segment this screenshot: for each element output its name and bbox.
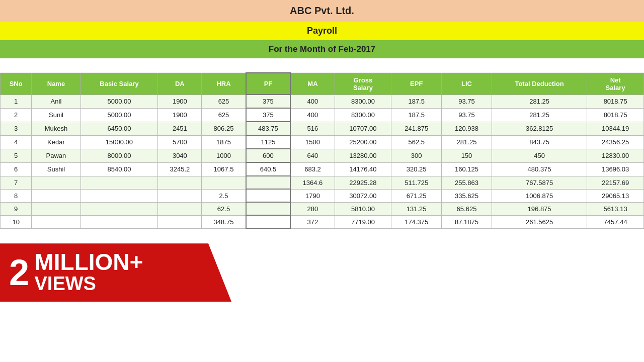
cell-lic: 335.625 xyxy=(442,189,492,202)
cell-name: Mukesh xyxy=(32,122,80,135)
col-name: Name xyxy=(32,73,80,95)
col-gross-salary: GrossSalary xyxy=(335,73,391,95)
cell-gross_salary: 8300.00 xyxy=(335,108,391,122)
cell-epf: 671.25 xyxy=(391,189,442,202)
cell-ma: 516 xyxy=(290,122,335,135)
cell-sno: 6 xyxy=(1,162,32,176)
cell-net_salary: 5613.13 xyxy=(587,202,644,215)
payroll-table: SNo Name Basic Salary DA HRA PF MA Gross… xyxy=(0,72,644,229)
cell-da: 1900 xyxy=(158,108,202,122)
cell-hra: 625 xyxy=(202,108,246,122)
cell-epf: 187.5 xyxy=(391,108,442,122)
cell-ma: 372 xyxy=(290,215,335,228)
cell-gross_salary: 14176.40 xyxy=(335,162,391,176)
col-pf: PF xyxy=(246,73,291,95)
cell-total_deduction: 281.25 xyxy=(492,108,587,122)
cell-lic: 87.1875 xyxy=(442,215,492,228)
overlay-million: MILLION+ xyxy=(35,250,143,274)
cell-gross_salary: 30072.00 xyxy=(335,189,391,202)
cell-hra: 1000 xyxy=(202,149,246,162)
cell-hra: 806.25 xyxy=(202,122,246,135)
cell-sno: 3 xyxy=(1,122,32,135)
cell-gross_salary: 10707.00 xyxy=(335,122,391,135)
overlay-text: MILLION+ VIEWS xyxy=(35,250,143,295)
cell-ma: 1364.6 xyxy=(290,176,335,189)
cell-pf: 600 xyxy=(246,149,291,162)
cell-gross_salary: 8300.00 xyxy=(335,95,391,108)
cell-pf: 1125 xyxy=(246,135,291,149)
cell-sno: 7 xyxy=(1,176,32,189)
cell-net_salary: 24356.25 xyxy=(587,135,644,149)
cell-total_deduction: 281.25 xyxy=(492,95,587,108)
cell-pf xyxy=(246,176,291,189)
cell-net_salary: 13696.03 xyxy=(587,162,644,176)
cell-hra: 348.75 xyxy=(202,215,246,228)
cell-sno: 10 xyxy=(1,215,32,228)
cell-lic: 160.125 xyxy=(442,162,492,176)
cell-lic: 120.938 xyxy=(442,122,492,135)
cell-ma: 400 xyxy=(290,95,335,108)
cell-basic_salary xyxy=(80,176,158,189)
cell-net_salary: 29065.13 xyxy=(587,189,644,202)
cell-net_salary: 8018.75 xyxy=(587,95,644,108)
table-row: 1Anil5000.0019006253754008300.00187.593.… xyxy=(1,95,644,108)
cell-ma: 400 xyxy=(290,108,335,122)
cell-total_deduction: 1006.875 xyxy=(492,189,587,202)
cell-lic: 150 xyxy=(442,149,492,162)
overlay-views: VIEWS xyxy=(35,274,143,295)
cell-sno: 9 xyxy=(1,202,32,215)
cell-pf: 640.5 xyxy=(246,162,291,176)
cell-lic: 255.863 xyxy=(442,176,492,189)
cell-net_salary: 10344.19 xyxy=(587,122,644,135)
cell-da: 3245.2 xyxy=(158,162,202,176)
cell-name xyxy=(32,202,80,215)
cell-sno: 1 xyxy=(1,95,32,108)
cell-name: Sunil xyxy=(32,108,80,122)
cell-epf: 511.725 xyxy=(391,176,442,189)
cell-hra: 2.5 xyxy=(202,189,246,202)
cell-epf: 131.25 xyxy=(391,202,442,215)
cell-net_salary: 12830.00 xyxy=(587,149,644,162)
cell-gross_salary: 13280.00 xyxy=(335,149,391,162)
cell-net_salary: 22157.69 xyxy=(587,176,644,189)
cell-pf: 375 xyxy=(246,95,291,108)
cell-total_deduction: 450 xyxy=(492,149,587,162)
cell-hra: 1875 xyxy=(202,135,246,149)
cell-net_salary: 8018.75 xyxy=(587,108,644,122)
cell-sno: 8 xyxy=(1,189,32,202)
cell-basic_salary: 5000.00 xyxy=(80,108,158,122)
cell-name: Anil xyxy=(32,95,80,108)
table-row: 10348.753727719.00174.37587.1875261.5625… xyxy=(1,215,644,228)
table-row: 2Sunil5000.0019006253754008300.00187.593… xyxy=(1,108,644,122)
col-ma: MA xyxy=(290,73,335,95)
cell-ma: 683.2 xyxy=(290,162,335,176)
spreadsheet: ABC Pvt. Ltd. Payroll For the Month of F… xyxy=(0,0,644,229)
cell-da: 2451 xyxy=(158,122,202,135)
table-row: 3Mukesh6450.002451806.25483.7551610707.0… xyxy=(1,122,644,135)
cell-total_deduction: 196.875 xyxy=(492,202,587,215)
cell-basic_salary: 6450.00 xyxy=(80,122,158,135)
cell-total_deduction: 843.75 xyxy=(492,135,587,149)
cell-hra xyxy=(202,176,246,189)
cell-hra: 1067.5 xyxy=(202,162,246,176)
col-epf: EPF xyxy=(391,73,442,95)
cell-gross_salary: 22925.28 xyxy=(335,176,391,189)
overlay-number: 2 xyxy=(9,254,29,291)
cell-name: Pawan xyxy=(32,149,80,162)
col-hra: HRA xyxy=(202,73,246,95)
cell-total_deduction: 261.5625 xyxy=(492,215,587,228)
cell-basic_salary xyxy=(80,215,158,228)
cell-basic_salary: 15000.00 xyxy=(80,135,158,149)
cell-pf xyxy=(246,215,291,228)
col-sno: SNo xyxy=(1,73,32,95)
cell-epf: 320.25 xyxy=(391,162,442,176)
cell-lic: 65.625 xyxy=(442,202,492,215)
cell-name xyxy=(32,189,80,202)
cell-pf xyxy=(246,202,291,215)
cell-basic_salary: 5000.00 xyxy=(80,95,158,108)
cell-da: 5700 xyxy=(158,135,202,149)
cell-gross_salary: 5810.00 xyxy=(335,202,391,215)
empty-spacer-row xyxy=(0,58,644,72)
table-row: 962.52805810.00131.2565.625196.8755613.1… xyxy=(1,202,644,215)
cell-basic_salary xyxy=(80,202,158,215)
